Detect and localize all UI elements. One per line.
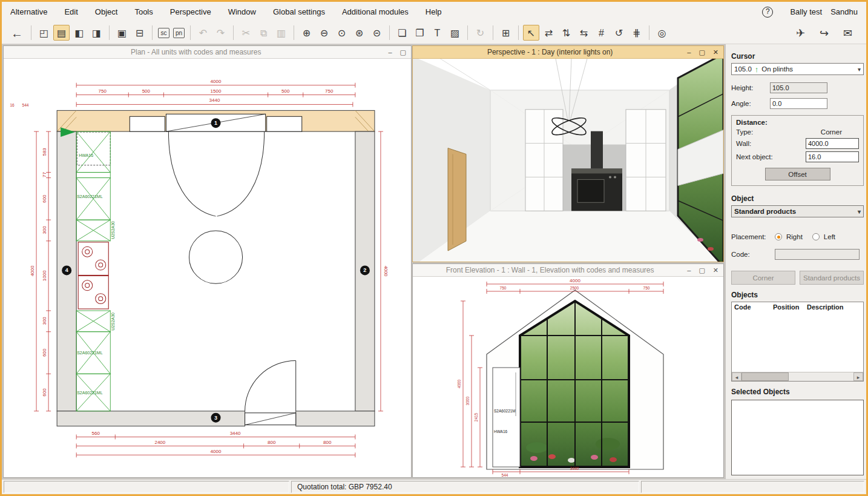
standard-products-button[interactable]: Standard products	[800, 271, 864, 285]
svg-text:77: 77	[42, 172, 47, 177]
plan-view-button[interactable]: ◰	[36, 25, 52, 41]
scrollbar-thumb[interactable]	[741, 372, 789, 381]
svg-text:583: 583	[42, 148, 47, 156]
object-type-combo[interactable]: Standard products ▾	[731, 205, 864, 217]
distance-next-field[interactable]	[806, 151, 859, 162]
svg-text:2415: 2415	[474, 412, 478, 422]
maximize-icon[interactable]: ▢	[400, 48, 406, 56]
svg-text:600: 600	[42, 388, 47, 397]
svg-text:300: 300	[42, 226, 47, 234]
elevation-titlebar[interactable]: Front Elevation - 1 : Wall - 1, Elevatio…	[413, 264, 723, 277]
svg-text:S2A60221ML: S2A60221ML	[77, 351, 103, 355]
object-section-title: Object	[731, 194, 864, 203]
snap-grid-button[interactable]: #	[593, 25, 610, 41]
elevation-window-unit	[520, 301, 629, 467]
distance-wall-field[interactable]	[806, 138, 859, 149]
minimize-icon[interactable]: –	[388, 48, 392, 56]
parallel-measure-button[interactable]: ⋕	[628, 25, 645, 41]
menu-window[interactable]: Window	[220, 2, 265, 22]
menu-additional-modules[interactable]: Additional modules	[334, 2, 417, 22]
svg-text:300: 300	[42, 317, 47, 325]
move-object-button[interactable]: ⇄	[541, 25, 557, 41]
corner-button[interactable]: Corner	[731, 271, 795, 285]
select-button[interactable]: ↖	[523, 25, 539, 41]
plan-table[interactable]	[189, 231, 242, 283]
menu-edit[interactable]: Edit	[56, 2, 86, 22]
objects-section-title: Objects	[731, 291, 864, 299]
menu-alternative[interactable]: Alternative	[2, 2, 56, 22]
main-toolbar: ←◰▤◧◨▣⊟scpn↶↷✂⧉▥⊕⊖⊙⊛⊝❏❐T▨↻⊞↖⇄⇅⇆#↺⋕◎ ✈↪✉	[2, 22, 866, 44]
svg-text:HWA16: HWA16	[494, 429, 508, 434]
maximize-icon[interactable]: ▢	[699, 48, 705, 56]
kitchen-design-app: AlternativeEditObjectToolsPerspectiveWin…	[0, 0, 868, 496]
user-name: Sandhu	[830, 7, 858, 16]
report-chart-button[interactable]: ▨	[447, 25, 463, 41]
minimize-icon[interactable]: –	[687, 266, 691, 274]
placement-right-radio[interactable]	[775, 233, 782, 240]
forward-button[interactable]: ↪	[816, 25, 832, 41]
calculator-button[interactable]: ⊞	[498, 25, 514, 41]
perspective-titlebar[interactable]: Perspective - 1 : Day (interior lights o…	[413, 46, 723, 59]
chevron-down-icon: ▾	[858, 66, 861, 73]
elevation-canvas[interactable]: S2A60221M HWA16 4000 750 2500 750	[413, 277, 723, 477]
plan-canvas[interactable]: 4000 750 500 1500 500 750 3440 16 544	[4, 59, 411, 477]
scrollbar-track[interactable]	[741, 372, 853, 381]
zoom-window-button[interactable]: ⊙	[334, 25, 350, 41]
move-free-button[interactable]: ⇅	[558, 25, 574, 41]
elevation-drawing: S2A60221M HWA16 4000 750 2500 750	[413, 277, 723, 477]
zoom-previous-button[interactable]: ⊝	[369, 25, 385, 41]
pn-button[interactable]: pn	[173, 28, 185, 38]
menu-object[interactable]: Object	[87, 2, 127, 22]
height-field[interactable]	[770, 82, 827, 93]
selected-objects-box[interactable]	[731, 400, 864, 475]
zoom-out-button[interactable]: ⊖	[316, 25, 332, 41]
zoom-all-button[interactable]: ⊛	[351, 25, 367, 41]
save-button[interactable]: ▣	[114, 25, 130, 41]
svg-text:U2S2A30: U2S2A30	[111, 221, 115, 239]
note-button[interactable]: ❏	[394, 25, 410, 41]
close-icon[interactable]: ✕	[713, 48, 718, 56]
email-button[interactable]: ✉	[840, 25, 856, 41]
swap-objects-button[interactable]: ⇆	[576, 25, 592, 41]
rotate-button[interactable]: ↺	[611, 25, 627, 41]
comment-button[interactable]: ❐	[412, 25, 428, 41]
code-field[interactable]	[775, 249, 860, 260]
objects-table[interactable]: Code Position Description ◂ ▸	[731, 302, 864, 382]
code-label: Code:	[731, 251, 775, 258]
zoom-in-button[interactable]: ⊕	[298, 25, 315, 41]
help-icon[interactable]: ?	[762, 7, 773, 18]
plan-hob-units[interactable]	[78, 242, 108, 309]
perspective-canvas[interactable]	[413, 59, 723, 262]
menu-global-settings[interactable]: Global settings	[265, 2, 334, 22]
measures-view-button[interactable]: ◨	[88, 25, 105, 41]
plinth-combo[interactable]: 105.0 ↑ On plinths ▾	[731, 63, 864, 75]
refresh-button: ↻	[472, 25, 488, 41]
back-button[interactable]: ←	[7, 25, 27, 41]
svg-text:3: 3	[214, 415, 217, 421]
svg-text:544: 544	[502, 473, 508, 477]
report-view-button[interactable]: ▤	[53, 25, 70, 41]
menu-perspective[interactable]: Perspective	[162, 2, 220, 22]
chevron-down-icon: ▾	[858, 208, 861, 215]
scroll-left-icon[interactable]: ◂	[732, 372, 741, 381]
offset-button[interactable]: Offset	[765, 168, 830, 180]
scroll-right-icon[interactable]: ▸	[853, 372, 863, 381]
objects-table-body[interactable]	[732, 312, 863, 372]
maximize-icon[interactable]: ▢	[699, 266, 705, 274]
sc-button[interactable]: sc	[158, 28, 169, 38]
elevation-view-button[interactable]: ◧	[71, 25, 87, 41]
svg-text:544: 544	[22, 103, 29, 107]
svg-text:3000: 3000	[465, 396, 470, 405]
angle-field[interactable]	[770, 98, 827, 109]
menu-help[interactable]: Help	[417, 2, 450, 22]
send-button[interactable]: ✈	[792, 25, 809, 41]
print-button[interactable]: ⊟	[131, 25, 148, 41]
placement-left-radio[interactable]	[812, 233, 820, 240]
text-button[interactable]: T	[429, 25, 446, 41]
objects-table-scrollbar[interactable]: ◂ ▸	[732, 372, 863, 381]
render-button[interactable]: ◎	[654, 25, 670, 41]
minimize-icon[interactable]: –	[687, 48, 691, 56]
close-icon[interactable]: ✕	[713, 266, 718, 274]
menu-tools[interactable]: Tools	[126, 2, 161, 22]
plan-titlebar[interactable]: Plan - All units with codes and measures…	[4, 46, 411, 59]
